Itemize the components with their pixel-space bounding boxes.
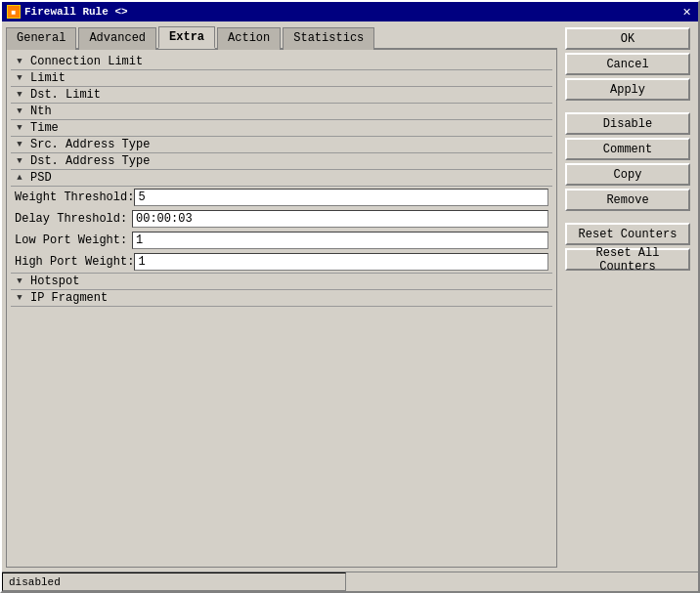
apply-button[interactable]: Apply xyxy=(565,78,690,101)
delay-threshold-label: Delay Threshold: xyxy=(15,212,132,226)
hotspot-label: Hotspot xyxy=(30,275,79,288)
status-label: disabled xyxy=(9,576,61,588)
weight-threshold-input[interactable] xyxy=(134,189,548,206)
reset-counters-button[interactable]: Reset Counters xyxy=(565,223,690,245)
chevron-ip-fragment: ▼ xyxy=(13,291,26,305)
extra-panel: ▼ Connection Limit ▼ Limit ▼ Dst. Limit … xyxy=(6,50,557,568)
close-button[interactable]: ✕ xyxy=(680,6,693,19)
limit-label: Limit xyxy=(30,71,66,85)
chevron-time: ▼ xyxy=(13,121,26,135)
reset-all-counters-button[interactable]: Reset All Counters xyxy=(565,248,690,271)
comment-button[interactable]: Comment xyxy=(565,138,690,160)
weight-threshold-label: Weight Threshold: xyxy=(15,191,134,204)
limit-row[interactable]: ▼ Limit xyxy=(11,70,552,86)
chevron-nth: ▼ xyxy=(13,105,26,118)
src-address-type-label: Src. Address Type xyxy=(30,138,150,151)
chevron-hotspot: ▼ xyxy=(13,275,26,288)
ip-fragment-row[interactable]: ▼ IP Fragment xyxy=(11,290,552,306)
nth-label: Nth xyxy=(30,105,52,118)
weight-threshold-row: Weight Threshold: xyxy=(11,187,552,208)
dst-limit-row[interactable]: ▼ Dst. Limit xyxy=(11,87,552,103)
connection-limit-label: Connection Limit xyxy=(30,55,143,68)
high-port-weight-label: High Port Weight: xyxy=(15,255,134,269)
ip-fragment-label: IP Fragment xyxy=(30,291,108,305)
sidebar-buttons: OK Cancel Apply Disable Comment Copy Rem… xyxy=(561,21,698,572)
time-label: Time xyxy=(30,121,59,135)
hotspot-row[interactable]: ▼ Hotspot xyxy=(11,274,552,289)
time-row[interactable]: ▼ Time xyxy=(11,120,552,136)
title-bar: ■ Firewall Rule <> ✕ xyxy=(2,2,698,21)
tab-advanced[interactable]: Advanced xyxy=(78,27,156,50)
psd-label: PSD xyxy=(30,171,52,185)
chevron-src-address-type: ▼ xyxy=(13,138,26,151)
chevron-limit: ▼ xyxy=(13,71,26,85)
tab-action[interactable]: Action xyxy=(217,27,281,50)
low-port-weight-label: Low Port Weight: xyxy=(15,233,132,247)
dst-limit-label: Dst. Limit xyxy=(30,88,101,102)
tab-extra[interactable]: Extra xyxy=(158,26,215,49)
firewall-rule-window: ■ Firewall Rule <> ✕ General Advanced Ex… xyxy=(0,0,700,593)
disable-button[interactable]: Disable xyxy=(565,112,690,135)
status-bar: disabled xyxy=(2,572,698,591)
high-port-weight-input[interactable] xyxy=(134,253,548,271)
tab-statistics[interactable]: Statistics xyxy=(283,27,374,50)
dst-address-type-row[interactable]: ▼ Dst. Address Type xyxy=(11,153,552,169)
tab-general[interactable]: General xyxy=(6,27,76,50)
separator1 xyxy=(565,104,694,109)
status-text: disabled xyxy=(2,572,346,591)
chevron-dst-limit: ▼ xyxy=(13,88,26,102)
delay-threshold-input[interactable] xyxy=(132,210,548,228)
main-area: General Advanced Extra Action Statistics… xyxy=(2,21,561,572)
remove-button[interactable]: Remove xyxy=(565,189,690,211)
chevron-psd: ▲ xyxy=(13,171,26,185)
chevron-dst-address-type: ▼ xyxy=(13,154,26,168)
nth-row[interactable]: ▼ Nth xyxy=(11,104,552,119)
connection-limit-row[interactable]: ▼ Connection Limit xyxy=(11,54,552,69)
delay-threshold-row: Delay Threshold: xyxy=(11,208,552,230)
low-port-weight-row: Low Port Weight: xyxy=(11,230,552,251)
ok-button[interactable]: OK xyxy=(565,27,690,50)
src-address-type-row[interactable]: ▼ Src. Address Type xyxy=(11,137,552,152)
dst-address-type-label: Dst. Address Type xyxy=(30,154,150,168)
chevron-connection-limit: ▼ xyxy=(13,55,26,68)
separator2 xyxy=(565,214,694,220)
window-icon: ■ xyxy=(7,5,21,19)
window-title: Firewall Rule <> xyxy=(24,6,128,18)
status-right xyxy=(346,572,698,591)
high-port-weight-row: High Port Weight: xyxy=(11,251,552,273)
content-area: General Advanced Extra Action Statistics… xyxy=(2,21,698,572)
low-port-weight-input[interactable] xyxy=(132,232,548,249)
cancel-button[interactable]: Cancel xyxy=(565,53,690,75)
tab-bar: General Advanced Extra Action Statistics xyxy=(6,25,557,50)
psd-row[interactable]: ▲ PSD xyxy=(11,170,552,186)
copy-button[interactable]: Copy xyxy=(565,163,690,186)
